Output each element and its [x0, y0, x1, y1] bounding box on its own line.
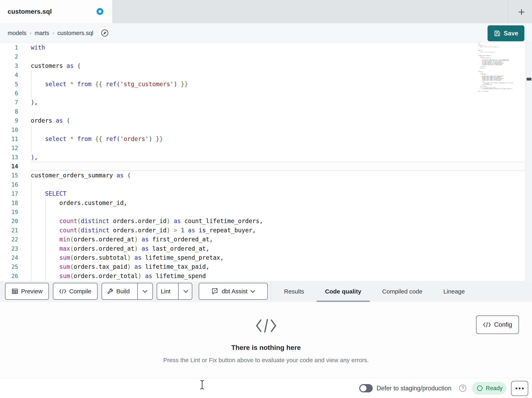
code-token: ( — [77, 62, 81, 69]
line-number: 16 — [0, 180, 19, 189]
code-token: select — [45, 81, 67, 88]
line-number: 3 — [0, 61, 19, 71]
code-line[interactable]: 26 sum(orders.order_total) as lifetime_s… — [0, 272, 525, 281]
build-button[interactable]: Build — [102, 283, 134, 299]
code-token: lifetime_spend — [156, 273, 206, 280]
tabbar-divider — [507, 0, 508, 23]
code-line[interactable]: 8 — [0, 107, 525, 116]
line-number: 8 — [0, 107, 19, 116]
code-token: orders.customer_id — [59, 200, 124, 206]
breadcrumb-item-models[interactable]: models — [8, 30, 26, 36]
code-line[interactable]: 12 — [0, 144, 525, 153]
code-token: , — [220, 254, 224, 261]
minimap[interactable]: withcustomers as ( select * from {{ ref(… — [478, 43, 525, 99]
code-line[interactable]: 23 max(orders.ordered_at) as last_ordere… — [0, 244, 525, 253]
code-line[interactable]: 25 sum(orders.tax_paid) as lifetime_tax_… — [0, 262, 525, 271]
preview-button[interactable]: Preview — [5, 283, 49, 300]
dbt-assist-button[interactable]: dbt Assist — [199, 283, 268, 300]
code-token: orders.ordered_at — [74, 236, 134, 243]
code-token: distinct — [81, 227, 109, 234]
code-line[interactable]: 6 — [0, 89, 525, 98]
save-button[interactable]: Save — [488, 25, 524, 41]
tab-lineage[interactable]: Lineage — [433, 281, 475, 302]
code-line[interactable]: 16 — [0, 180, 525, 189]
tab-compiled-code[interactable]: Compiled code — [372, 281, 433, 302]
new-tab-button[interactable]: + — [513, 4, 530, 20]
indent-guide — [45, 244, 46, 253]
editor-scrollbar-thumb[interactable] — [526, 78, 531, 80]
unsaved-changes-dot-icon — [96, 8, 103, 15]
code-line[interactable]: 13), — [0, 153, 525, 162]
code-content: with — [30, 43, 525, 52]
code-brackets-icon — [483, 322, 491, 327]
tab-results[interactable]: Results — [273, 281, 315, 302]
code-line[interactable]: 18 orders.customer_id, — [0, 198, 525, 208]
lint-split-button: Lint — [157, 283, 192, 300]
code-line[interactable]: 22 min(orders.ordered_at) as first_order… — [0, 235, 525, 244]
code-line[interactable]: 11 select * from {{ ref('orders') }} — [0, 135, 525, 144]
empty-state-subtitle: Press the Lint or Fix button above to ev… — [0, 357, 532, 364]
code-content: customers as ( — [30, 61, 525, 71]
code-line[interactable]: 19 — [0, 208, 525, 217]
code-lines: 1with23customers as (45 select * from {{… — [0, 43, 525, 281]
code-line[interactable]: 5 select * from {{ ref('stg_customers') … — [0, 80, 525, 89]
code-token: from — [77, 81, 92, 88]
code-line[interactable]: 3customers as ( — [0, 61, 525, 71]
status-circle-icon — [477, 385, 482, 391]
code-token: ( — [70, 245, 74, 252]
code-line[interactable]: 24 sum(orders.subtotal) as lifetime_spen… — [0, 253, 525, 262]
code-token — [177, 81, 181, 88]
code-editor[interactable]: 1with23customers as (45 select * from {{… — [0, 43, 532, 281]
text-cursor-pointer — [200, 379, 205, 390]
code-line[interactable]: 7), — [0, 98, 525, 107]
code-line[interactable]: 2 — [0, 52, 525, 61]
indent-guide — [31, 125, 31, 135]
lint-button[interactable]: Lint — [156, 283, 175, 299]
code-token: as — [116, 172, 124, 179]
chevron-down-icon — [250, 290, 255, 293]
code-token: ( — [70, 273, 74, 280]
code-content: sum(orders.order_total) as lifetime_spen… — [30, 272, 525, 281]
code-line[interactable]: 10 — [0, 125, 525, 135]
line-number: 4 — [0, 71, 19, 79]
code-line[interactable]: 14 — [0, 162, 525, 171]
code-line[interactable]: 9orders as ( — [0, 116, 525, 125]
ready-status-badge[interactable]: Ready — [472, 382, 506, 394]
help-icon[interactable]: ? — [459, 385, 466, 392]
code-token: lifetime_tax_paid — [145, 263, 206, 270]
code-token: 'stg_customers' — [120, 81, 174, 88]
code-line[interactable]: 15customer_orders_summary as ( — [0, 171, 525, 180]
code-token: select — [45, 136, 67, 142]
more-options-button[interactable] — [511, 381, 528, 396]
line-number: 12 — [0, 144, 19, 153]
code-line[interactable]: 21 count(distinct orders.order_id) > 1 a… — [0, 226, 525, 235]
editor-scrollbar-track[interactable] — [525, 43, 532, 281]
code-line[interactable]: 17 SELECT — [0, 189, 525, 198]
code-token: * — [70, 81, 74, 88]
code-line[interactable]: 20 count(distinct orders.order_id) as co… — [0, 217, 525, 226]
code-token: , — [34, 154, 38, 161]
code-token: from — [77, 136, 92, 142]
tab-code-quality[interactable]: Code quality — [315, 281, 372, 302]
code-line[interactable]: 4 — [0, 71, 525, 79]
build-dropdown-button[interactable] — [137, 283, 152, 299]
defer-toggle[interactable] — [359, 384, 373, 392]
compile-button[interactable]: Compile — [53, 283, 98, 300]
code-content: ), — [30, 153, 525, 162]
save-floppy-icon — [494, 30, 501, 37]
lint-dropdown-button[interactable] — [178, 283, 193, 299]
code-token: ( — [70, 263, 74, 270]
breadcrumb-item-marts[interactable]: marts — [35, 30, 49, 36]
chevron-right-icon: › — [52, 30, 54, 36]
code-token — [102, 136, 106, 142]
code-line[interactable]: 1with — [0, 43, 525, 52]
code-content — [30, 208, 525, 217]
lineage-compass-button[interactable] — [98, 26, 112, 39]
code-token: as — [142, 236, 149, 243]
tab-compiled-code-label: Compiled code — [382, 288, 422, 295]
code-token: } — [159, 136, 163, 142]
code-token: } — [184, 81, 188, 88]
table-grid-icon — [12, 288, 18, 295]
tab-customers-sql[interactable]: customers.sql — [0, 0, 112, 23]
config-button[interactable]: Config — [476, 315, 519, 334]
